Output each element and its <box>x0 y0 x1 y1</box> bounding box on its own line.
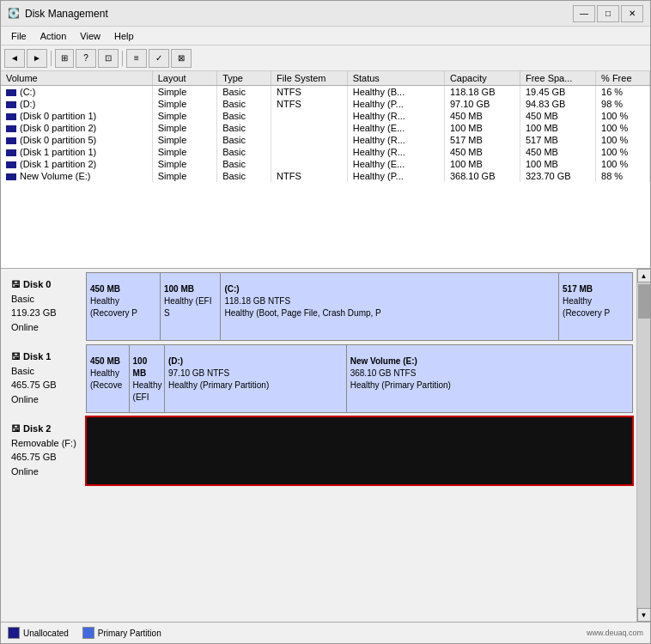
volume-icon <box>6 149 16 156</box>
cell-free: 19.45 GB <box>520 86 595 99</box>
col-status[interactable]: Status <box>347 71 444 86</box>
partition[interactable]: 450 MBHealthy (Recove <box>87 345 130 412</box>
table-row[interactable]: (Disk 0 partition 5) Simple Basic Health… <box>1 134 650 146</box>
table-row[interactable]: (Disk 0 partition 1) Simple Basic Health… <box>1 110 650 122</box>
partition-label: 450 MB <box>90 355 125 368</box>
cell-status: Healthy (R... <box>347 146 444 158</box>
cell-capacity: 450 MB <box>444 110 520 122</box>
toolbar-help[interactable]: ? <box>76 49 96 68</box>
disk-panel: 🖫 Disk 0 Basic 119.23 GB Online 450 MBHe… <box>4 272 633 341</box>
legend-primary: Primary Partition <box>82 627 161 639</box>
toolbar-sep-1 <box>51 51 52 66</box>
col-type[interactable]: Type <box>217 71 271 86</box>
table-row[interactable]: (D:) Simple Basic NTFS Healthy (P... 97.… <box>1 98 650 110</box>
cell-pct: 16 % <box>596 86 650 99</box>
cell-free: 450 MB <box>520 110 595 122</box>
cell-pct: 100 % <box>596 158 650 170</box>
minimize-button[interactable]: — <box>573 5 595 22</box>
partition[interactable]: 450 MBHealthy (Recovery P <box>87 273 161 340</box>
scroll-down[interactable]: ▼ <box>637 608 651 622</box>
col-pct[interactable]: % Free <box>596 71 650 86</box>
menu-file[interactable]: File <box>4 29 33 43</box>
partition-label: (C:) <box>224 283 555 295</box>
close-button[interactable]: ✕ <box>621 5 643 22</box>
disk-size: 465.75 GB <box>11 378 79 392</box>
toolbar-sep-2 <box>122 51 123 66</box>
partition-label: New Volume (E:) <box>350 355 629 368</box>
legend-unallocated-label: Unallocated <box>23 629 69 638</box>
partition[interactable]: (D:)97.10 GB NTFS Healthy (Primary Parti… <box>165 345 347 412</box>
cell-capacity: 97.10 GB <box>444 98 520 110</box>
table-row[interactable]: New Volume (E:) Simple Basic NTFS Health… <box>1 170 650 182</box>
cell-free: 323.70 GB <box>520 170 595 182</box>
partition[interactable]: 100 MBHealthy (EFI <box>130 345 165 412</box>
legend-primary-label: Primary Partition <box>98 629 161 638</box>
cell-pct: 98 % <box>596 98 650 110</box>
disk-label: 🖫 Disk 2 Removable (F:) 465.75 GB Online <box>4 416 86 485</box>
scroll-thumb[interactable] <box>638 284 650 319</box>
scroll-up[interactable]: ▲ <box>637 269 651 283</box>
partition[interactable] <box>87 417 632 484</box>
table-row[interactable]: (Disk 1 partition 1) Simple Basic Health… <box>1 146 650 158</box>
cell-status: Healthy (E... <box>347 122 444 134</box>
toolbar-btn3[interactable]: ⊞ <box>55 49 74 68</box>
col-fs[interactable]: File System <box>271 71 348 86</box>
partition[interactable]: 517 MBHealthy (Recovery P <box>559 273 632 340</box>
cell-status: Healthy (R... <box>347 134 444 146</box>
disk-partitions: 450 MBHealthy (Recovery P100 MBHealthy (… <box>86 272 633 341</box>
cell-volume: New Volume (E:) <box>1 170 152 182</box>
menu-bar: File Action View Help <box>1 27 650 46</box>
cell-fs <box>271 122 348 134</box>
disk-label: 🖫 Disk 0 Basic 119.23 GB Online <box>4 272 86 341</box>
disk-label: 🖫 Disk 1 Basic 465.75 GB Online <box>4 344 86 413</box>
disk-panels-wrapper: 🖫 Disk 0 Basic 119.23 GB Online 450 MBHe… <box>1 269 650 622</box>
cell-layout: Simple <box>152 158 216 170</box>
partition[interactable]: (C:)118.18 GB NTFS Healthy (Boot, Page F… <box>221 273 559 340</box>
table-row[interactable]: (C:) Simple Basic NTFS Healthy (B... 118… <box>1 86 650 99</box>
toolbar-back[interactable]: ◄ <box>4 49 25 68</box>
disk-type: Basic <box>11 292 79 307</box>
partition-sublabel: 368.10 GB NTFS Healthy (Primary Partitio… <box>350 368 629 392</box>
cell-fs <box>271 134 348 146</box>
toolbar-btn6[interactable]: ≡ <box>126 49 147 68</box>
col-volume[interactable]: Volume <box>1 71 152 86</box>
partition-sublabel: Healthy (EFI <box>133 380 161 404</box>
toolbar-btn7[interactable]: ✓ <box>149 49 169 68</box>
maximize-button[interactable]: □ <box>597 5 619 22</box>
cell-layout: Simple <box>152 86 216 99</box>
toolbar: ◄ ► ⊞ ? ⊡ ≡ ✓ ⊠ <box>1 46 650 71</box>
window-icon: 💽 <box>8 8 20 19</box>
partition[interactable]: New Volume (E:)368.10 GB NTFS Healthy (P… <box>347 345 632 412</box>
partition-sublabel: 97.10 GB NTFS Healthy (Primary Partition… <box>168 368 343 392</box>
table-row[interactable]: (Disk 0 partition 2) Simple Basic Health… <box>1 122 650 134</box>
cell-type: Basic <box>217 146 271 158</box>
cell-volume: (D:) <box>1 98 152 110</box>
table-row[interactable]: (Disk 1 partition 2) Simple Basic Health… <box>1 158 650 170</box>
disk-id: 🖫 Disk 2 <box>11 422 79 436</box>
toolbar-btn5[interactable]: ⊡ <box>98 49 119 68</box>
menu-view[interactable]: View <box>73 29 107 43</box>
cell-free: 450 MB <box>520 146 595 158</box>
scrollbar[interactable]: ▲ ▼ <box>636 269 650 622</box>
volume-icon <box>6 125 16 132</box>
volume-icon <box>6 161 16 168</box>
cell-pct: 100 % <box>596 122 650 134</box>
legend-primary-box <box>82 627 94 639</box>
col-capacity[interactable]: Capacity <box>444 71 520 86</box>
volume-icon <box>6 173 16 180</box>
col-free[interactable]: Free Spa... <box>520 71 595 86</box>
scroll-track <box>637 283 651 608</box>
partition-label: 517 MB <box>563 283 629 295</box>
disk-id: 🖫 Disk 0 <box>11 277 79 292</box>
toolbar-btn8[interactable]: ⊠ <box>171 49 192 68</box>
disk-type: Removable (F:) <box>11 436 79 451</box>
partition-label: 100 MB <box>133 355 161 380</box>
menu-help[interactable]: Help <box>107 29 141 43</box>
col-layout[interactable]: Layout <box>152 71 216 86</box>
cell-pct: 100 % <box>596 146 650 158</box>
partition-label: (D:) <box>168 355 343 368</box>
toolbar-forward[interactable]: ► <box>27 49 47 68</box>
volume-icon <box>6 113 16 120</box>
partition[interactable]: 100 MBHealthy (EFI S <box>161 273 222 340</box>
menu-action[interactable]: Action <box>33 29 74 43</box>
